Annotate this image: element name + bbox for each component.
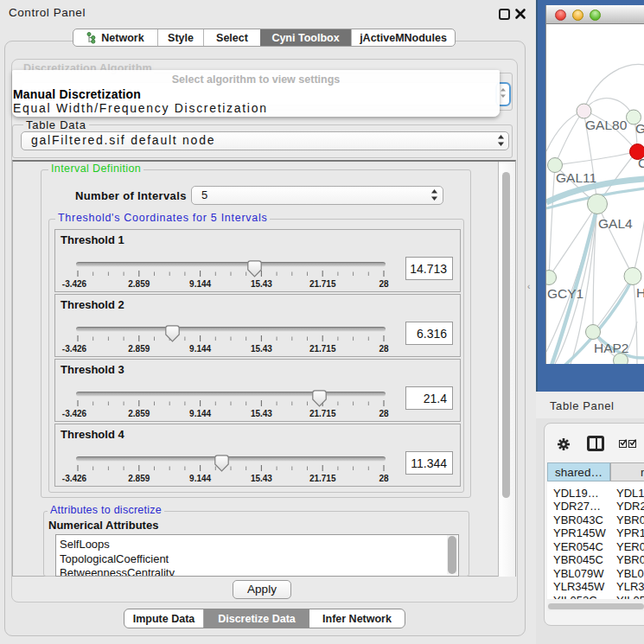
- svg-text:GCY1: GCY1: [547, 286, 583, 301]
- svg-text:HAP2: HAP2: [594, 341, 629, 355]
- svg-text:GAL4: GAL4: [598, 216, 633, 231]
- svg-text:GAL80: GAL80: [585, 118, 628, 132]
- svg-text:G: G: [635, 121, 644, 136]
- svg-text:C: C: [638, 156, 644, 170]
- svg-text:GAL11: GAL11: [556, 170, 596, 185]
- svg-text:H: H: [636, 285, 644, 300]
